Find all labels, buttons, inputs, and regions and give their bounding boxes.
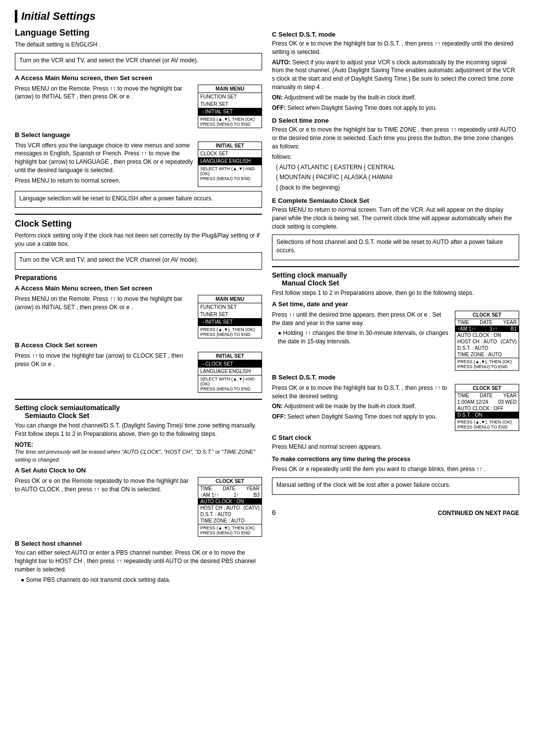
language-step0-box: Turn on the VCR and TV, and select the V…	[15, 53, 262, 70]
semiauto-stepA-container: Press OK or e on the Remote repeatedly t…	[15, 477, 262, 537]
prep-stepB-text: Press ↑↑ to move the highlight bar (arro…	[15, 352, 194, 393]
note-title: NOTE:	[15, 441, 33, 448]
on-text: ON: Adjustment will be made by the built…	[272, 94, 519, 102]
auto-clock-title: CLOCK SET	[198, 477, 262, 485]
off-label: OFF:	[272, 104, 286, 111]
clock-host-ch: HOST CH : AUTO(CATV)	[198, 505, 262, 511]
cst-footer: PRESS (▲,▼), THEN (OK)PRESS (MENU) TO EN…	[455, 358, 519, 370]
cst-timezone: TIME ZONE : AUTO	[455, 351, 519, 358]
csd-header: TIMEDATEYEAR	[455, 392, 519, 399]
timezone-section: D Select time zone Press OK or e to move…	[272, 117, 519, 192]
left-column: Language Setting The default setting is …	[15, 28, 262, 586]
language-section: Language Setting The default setting is …	[15, 28, 262, 208]
csd-auto-clock: AUTO CLOCK : OFF	[455, 405, 519, 412]
cst-host-ch: HOST CH : AUTO(CATV)	[455, 338, 519, 345]
auto-text: AUTO: Select if you want to adjust your …	[272, 58, 519, 92]
auto-clock-footer: PRESS (▲,▼), THEN (OK)PRESS (MENU) TO EN…	[198, 524, 262, 536]
menu-footer1: PRESS (▲,▼), THEN (OK)PRESS (MENU) TO EN…	[198, 115, 262, 128]
on-label: ON:	[272, 94, 283, 101]
prep-stepA-container: Press MENU on the Remote. Press ↑↑ to mo…	[15, 295, 262, 338]
page-footer: 6 CONTINUED ON NEXT PAGE	[272, 505, 519, 517]
prep-stepA-title: A Access Main Menu screen, then Set scre…	[15, 284, 262, 292]
timezone-list2: { MOUNTAIN { PACIFIC { ALASKA { HAWAII	[276, 173, 519, 182]
prep-tuner-set: TUNER SET	[198, 311, 262, 318]
manual-warning-box: Manual setting of the clock will be lost…	[272, 477, 519, 495]
lang-stepB-title: B Select language	[15, 131, 262, 139]
clock-row-time: ↑AM 1↑↑1↑B3	[198, 492, 262, 498]
lang-stepA-title: A Access Main Menu screen, then Set scre…	[15, 74, 262, 82]
initial-footer: SELECT WITH (▲,▼) AND (OK)PRESS (MENU) T…	[198, 165, 262, 182]
menu-function-set: FUNCTION SET	[198, 93, 262, 100]
stepB-on-text: Adjustment will be made by the built-in …	[284, 403, 416, 410]
initial-clock-set: CLOCK SET	[198, 150, 262, 157]
clock-set-dst-image: CLOCK SET TIMEDATEYEAR 1:00AM 12/2403 WE…	[455, 384, 519, 431]
off-text: OFF: Select when Daylight Saving Time do…	[272, 104, 519, 112]
right-section-divider	[272, 266, 519, 267]
dst-c-text: Press OK or e to move the highlight bar …	[272, 40, 519, 56]
clock-set-dst-title: CLOCK SET	[455, 384, 519, 392]
manual-intro: First follow steps 1 to 2 in Preparation…	[272, 289, 519, 297]
timezone-d-text: Press OK or e to move the highlight bar …	[272, 126, 519, 150]
main-menu-image-lang: MAIN MENU FUNCTION SET TUNER SET →INITIA…	[198, 85, 262, 128]
page-wrapper: Initial Settings Language Setting The de…	[15, 10, 519, 586]
semiauto-title: Setting clock semiautomatically Semiauto…	[15, 404, 262, 420]
semiauto-stepB-bullet: ● Some PBS channels do not transmit cloc…	[21, 576, 262, 584]
menu-initial-set: →INITIAL SET	[198, 108, 262, 115]
prep-stepB-container: Press ↑↑ to move the highlight bar (arro…	[15, 352, 262, 393]
prep-initial-set: →INITIAL SET	[198, 318, 262, 326]
right-column: C Select D.S.T. mode Press OK or e to mo…	[272, 28, 519, 586]
main-menu-title: MAIN MENU	[198, 85, 262, 93]
clock-step0: Turn on the VCR and TV, and select the V…	[19, 256, 258, 264]
auto-text-content: Select if you want to adjust your VCR s …	[272, 59, 515, 91]
manual-section: Setting clock manually Manual Clock Set …	[272, 271, 519, 495]
prep-menu-footer: PRESS (▲,▼), THEN (OK)PRESS (MENU) TO EN…	[198, 326, 262, 338]
stepB-off-label: OFF:	[272, 413, 286, 420]
manual-stepC-title: C Start clock	[272, 434, 519, 441]
stepB-off-text: Select when Daylight Saving Time does no…	[287, 413, 437, 420]
section-divider-1	[15, 214, 262, 215]
initial-set-menu-image: INITIAL SET CLOCK SET LANGUAGE ENGLISH S…	[198, 142, 262, 187]
correction-text: Press OK or e repeatedly until the item …	[272, 465, 519, 473]
auto-label: AUTO:	[272, 59, 291, 66]
manual-stepC-text: Press MENU and normal screen appears.	[272, 443, 519, 451]
semiauto-intro: You can change the host channel/D.S.T. (…	[15, 422, 262, 438]
preparations-title: Preparations	[15, 274, 262, 282]
semiauto-warning-box: Selections of host channel and D.S.T. mo…	[272, 235, 519, 260]
stepE-title: E Complete Semiauto Clock Set	[272, 197, 519, 204]
dst-c-title: C Select D.S.T. mode	[272, 31, 519, 38]
stepE-text: Press MENU to return to normal screen. T…	[272, 206, 519, 231]
semiauto-section: Setting clock semiautomatically Semiauto…	[15, 404, 262, 584]
cst-auto-clock: AUTO CLOCK : ON	[455, 332, 519, 338]
initial-set-title: INITIAL SET	[198, 142, 262, 150]
lang-stepB-text: This VCR offers you the language choice …	[15, 142, 194, 187]
clock-row-header: TIMEDATEYEAR	[198, 485, 262, 492]
clock-auto-clock-on: AUTO CLOCK : ON	[198, 498, 262, 505]
section-divider-2	[15, 399, 262, 400]
clock-set-menu-title: INITIAL SET	[198, 352, 262, 360]
language-step0: Turn on the VCR and TV, and select the V…	[19, 56, 258, 65]
correction-title: To make corrections any time during the …	[272, 455, 519, 464]
prep-stepB-title: B Access Clock Set screen	[15, 341, 262, 349]
timezone-list3: { (back to the beginning)	[276, 184, 519, 192]
language-warning-box: Language selection will be reset to ENGL…	[15, 191, 262, 208]
clock-set-time-image: CLOCK SET TIMEDATEYEAR ↑AM 1↑↑1↑↑B1 AUTO…	[455, 311, 519, 371]
prep-stepA-text: Press MENU on the Remote. Press ↑↑ to mo…	[15, 295, 194, 338]
semiauto-stepA-text: Press OK or e on the Remote repeatedly t…	[15, 477, 194, 537]
auto-clock-menu-image: CLOCK SET TIMEDATEYEAR ↑AM 1↑↑1↑B3 AUTO …	[198, 477, 262, 537]
manual-stepB-container: Press OK or e to move the highlight bar …	[272, 384, 519, 431]
initial-language: LANGUAGE ENGLISH	[198, 157, 262, 165]
clock-dst: D.S.T. : AUTO	[198, 511, 262, 518]
dst-section: C Select D.S.T. mode Press OK or e to mo…	[272, 31, 519, 112]
prep-function-set: FUNCTION SET	[198, 303, 262, 311]
csd-time: 1:00AM 12/2403 WED	[455, 399, 519, 405]
csd-dst-on: D.S.T. : ON	[455, 412, 519, 418]
manual-stepA-title: A Set time, date and year	[272, 300, 519, 308]
semiauto-stepB-title: B Select host channel	[15, 540, 262, 547]
manual-stepA-container: Press ↑↑ until the desired time appears,…	[272, 311, 519, 371]
semiauto-stepA-title: A Set Auto Clock to ON	[15, 467, 262, 474]
manual-stepA-text: Press ↑↑ until the desired time appears,…	[272, 311, 451, 371]
page-number: 6	[272, 509, 276, 517]
lang-stepB-container: This VCR offers you the language choice …	[15, 142, 262, 187]
manual-stepB-title: B Select D.S.T. mode	[272, 374, 519, 381]
prep-main-menu-title: MAIN MENU	[198, 295, 262, 303]
